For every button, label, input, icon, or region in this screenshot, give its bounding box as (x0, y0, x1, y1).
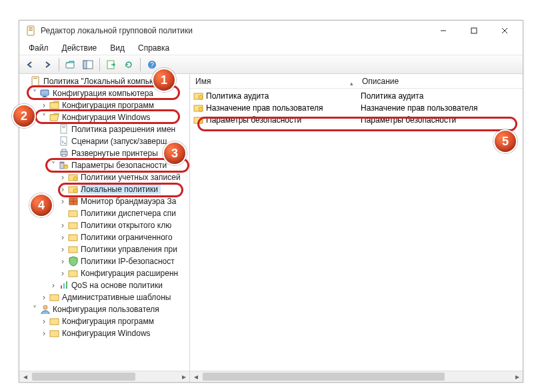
expand-icon[interactable]: ˅ (30, 89, 39, 98)
tree-item-windows-settings[interactable]: ˅ Конфигурация Windows (21, 111, 189, 123)
tree-item-network-list[interactable]: Политики диспетчера спи (21, 207, 189, 219)
expand-icon[interactable]: › (58, 173, 67, 182)
menu-view[interactable]: Вид (105, 42, 130, 54)
tree-item-ipsec[interactable]: › Политики IP-безопасност (21, 255, 189, 267)
tree-item-admin-templates[interactable]: › Административные шаблоны (21, 291, 189, 303)
svg-rect-45 (66, 281, 67, 289)
menu-file[interactable]: Файл (23, 42, 54, 54)
scroll-thumb[interactable] (32, 373, 135, 381)
tree-horizontal-scrollbar[interactable]: ◂ ▸ (19, 371, 189, 382)
svg-point-51 (199, 95, 203, 99)
scroll-track[interactable] (31, 371, 178, 382)
tree-root[interactable]: Политика "Локальный компью (21, 75, 189, 87)
expand-icon[interactable]: › (39, 101, 49, 110)
svg-point-55 (199, 119, 203, 123)
forward-button[interactable] (39, 57, 55, 72)
back-button[interactable] (22, 57, 38, 72)
tree-item-deployed-printers[interactable]: Развернутые принтеры (21, 147, 189, 159)
expand-icon[interactable]: › (39, 317, 49, 326)
scroll-thumb[interactable] (203, 373, 445, 381)
svg-rect-38 (69, 211, 77, 217)
column-name[interactable]: Имя (190, 77, 357, 86)
expand-icon[interactable]: › (58, 233, 67, 242)
tree-item-computer-config[interactable]: ˅ Конфигурация компьютера (21, 87, 189, 99)
list-item-user-rights[interactable]: Назначение прав пользователя Назначение … (190, 102, 523, 114)
expand-icon[interactable]: › (58, 257, 67, 266)
tree-item-software-restriction[interactable]: › Политики ограниченного (21, 231, 189, 243)
list-item-audit-policy[interactable]: Политика аудита Политика аудита (190, 90, 523, 102)
scroll-right-icon[interactable]: ▸ (511, 371, 523, 382)
expand-icon[interactable]: › (49, 281, 58, 290)
tree-item-account-policies[interactable]: › Политики учетных записей (21, 171, 189, 183)
tree-item-qos[interactable]: › QoS на основе политики (21, 279, 189, 291)
window-buttons (428, 21, 520, 41)
folder-lock-icon (193, 103, 204, 113)
svg-point-32 (73, 177, 77, 181)
svg-rect-26 (62, 155, 66, 157)
scroll-track[interactable] (201, 371, 511, 382)
list-header: Имя Описание (190, 74, 523, 89)
export-list-button[interactable] (103, 57, 119, 72)
tree-label: Монитор брандмауэра За (81, 197, 179, 206)
tree-item-firewall[interactable]: › Монитор брандмауэра За (21, 195, 189, 207)
svg-rect-8 (66, 63, 74, 68)
folder-icon (68, 232, 79, 243)
svg-rect-28 (60, 162, 64, 163)
tree-item-software-settings[interactable]: › Конфигурация программ (21, 99, 189, 111)
expand-icon[interactable]: › (58, 197, 67, 206)
menu-help[interactable]: Справка (133, 42, 175, 54)
tree-scroll[interactable]: Политика "Локальный компью ˅ Конфигураци… (19, 74, 189, 371)
refresh-button[interactable] (121, 57, 137, 72)
tree-label: Политики управления при (81, 245, 180, 254)
svg-rect-39 (69, 223, 77, 229)
close-button[interactable] (489, 21, 520, 41)
expand-icon[interactable]: › (58, 269, 67, 278)
maximize-button[interactable] (459, 21, 489, 41)
tree-label: Конфигурация Windows (62, 113, 153, 122)
tree-label: Политики IP-безопасност (81, 257, 177, 266)
tree-item-user-software[interactable]: › Конфигурация программ (21, 315, 189, 327)
list-scroll[interactable]: Политика аудита Политика аудита Назначен… (190, 89, 523, 371)
tree-item-user-windows[interactable]: › Конфигурация Windows (21, 327, 189, 339)
scroll-left-icon[interactable]: ◂ (190, 371, 201, 382)
expand-icon[interactable]: › (58, 221, 67, 230)
up-button[interactable] (63, 57, 79, 72)
tree-item-public-key[interactable]: › Политики открытого клю (21, 219, 189, 231)
scroll-right-icon[interactable]: ▸ (178, 371, 189, 382)
tree-item-name-resolution[interactable]: Политика разрешения имен (21, 123, 189, 135)
svg-rect-23 (61, 137, 67, 145)
scroll-left-icon[interactable]: ◂ (19, 371, 31, 382)
tree-item-local-policies[interactable]: › Локальные политики (21, 183, 189, 195)
folder-icon (49, 316, 60, 327)
help-button[interactable]: ? (144, 57, 160, 72)
expand-icon[interactable]: › (58, 185, 67, 194)
svg-point-53 (199, 107, 203, 111)
menu-action[interactable]: Действие (57, 42, 103, 54)
firewall-icon (68, 196, 79, 207)
tree-item-advanced-audit[interactable]: › Конфигурация расширенн (21, 267, 189, 279)
tree-item-app-control[interactable]: › Политики управления при (21, 243, 189, 255)
list-body: Политика аудита Политика аудита Назначен… (190, 89, 523, 126)
folder-lock-icon (193, 91, 204, 101)
svg-rect-49 (50, 331, 59, 337)
collapse-icon[interactable]: ˅ (39, 113, 49, 122)
tree-label: Развернутые принтеры (71, 149, 161, 158)
minimize-button[interactable] (428, 21, 459, 41)
list-horizontal-scrollbar[interactable]: ◂ ▸ (190, 371, 523, 382)
expand-icon[interactable]: › (39, 293, 49, 302)
expand-icon[interactable]: › (58, 245, 67, 254)
svg-rect-2 (29, 29, 33, 29)
tree-label: Параметры безопасности (71, 161, 169, 170)
app-window: Редактор локальной групповой политики Фа… (19, 20, 523, 383)
tree-item-scripts[interactable]: Сценарии (запуск/заверш (21, 135, 189, 147)
expand-icon[interactable]: › (39, 329, 49, 338)
tree-label: Политика "Локальный компью (43, 77, 158, 86)
collapse-icon[interactable]: ˅ (49, 161, 58, 170)
tree-item-security-settings[interactable]: ˅ Параметры безопасности (21, 159, 189, 171)
collapse-icon[interactable]: ˅ (30, 305, 39, 314)
tree-item-user-config[interactable]: ˅ Конфигурация пользователя (21, 303, 189, 315)
list-item-security-options[interactable]: Параметры безопасности Параметры безопас… (190, 114, 523, 126)
column-description[interactable]: Описание (357, 77, 523, 86)
tree-label: Политики открытого клю (81, 221, 174, 230)
show-hide-tree-button[interactable] (80, 57, 96, 72)
